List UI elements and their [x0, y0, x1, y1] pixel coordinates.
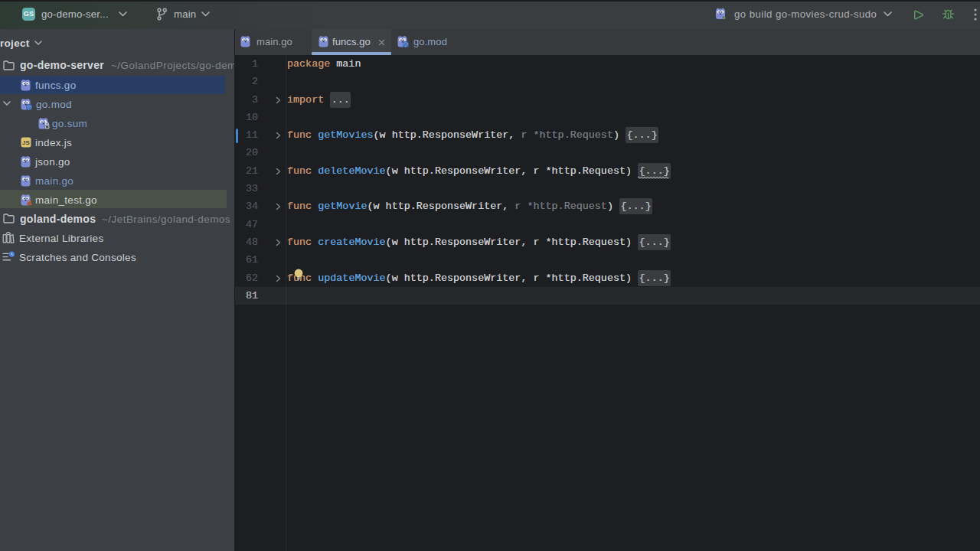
svg-text:JS: JS: [22, 139, 30, 146]
